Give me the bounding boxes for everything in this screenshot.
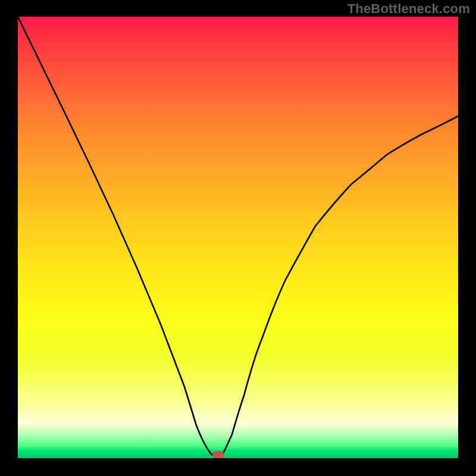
- watermark-text: TheBottleneck.com: [347, 1, 470, 17]
- curve-svg: [18, 17, 458, 458]
- min-point-marker: [212, 451, 224, 458]
- chart-frame: TheBottleneck.com: [0, 0, 476, 476]
- curve-right-branch: [223, 116, 458, 455]
- plot-area: [18, 17, 458, 458]
- curve-left-branch: [18, 17, 223, 456]
